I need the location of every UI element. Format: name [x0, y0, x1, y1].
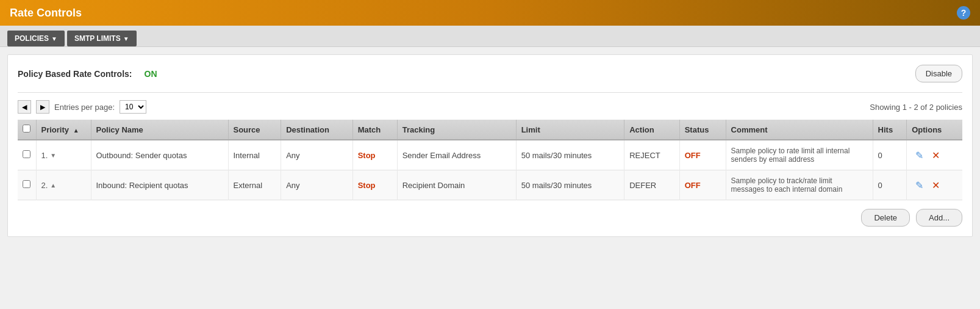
row-policy-name: Inbound: Recipient quotas: [91, 170, 228, 200]
row-hits: 0: [873, 140, 907, 170]
app-header: Rate Controls ?: [0, 0, 980, 26]
row-checkbox-0[interactable]: [23, 150, 30, 158]
row-limit: 50 mails/30 minutes: [516, 170, 624, 200]
row-priority-sort[interactable]: ▼: [50, 152, 56, 159]
row-options: ✎ ✕: [907, 140, 962, 170]
next-page-button[interactable]: ▶: [36, 100, 49, 114]
th-tracking[interactable]: Tracking: [397, 120, 516, 140]
tab-policies-label: POLICIES: [15, 34, 49, 43]
row-source: Internal: [228, 140, 281, 170]
policy-status: ON: [145, 69, 157, 79]
priority-sort-icon: ▲: [73, 127, 79, 134]
th-options[interactable]: Options: [907, 120, 962, 140]
th-source[interactable]: Source: [228, 120, 281, 140]
th-policy-name[interactable]: Policy Name: [91, 120, 228, 140]
divider: [18, 92, 962, 93]
select-all-checkbox[interactable]: [23, 125, 30, 133]
policy-header: Policy Based Rate Controls: ON Disable: [18, 65, 962, 82]
delete-button[interactable]: Delete: [861, 209, 910, 227]
tab-policies[interactable]: POLICIES ▼: [7, 31, 65, 46]
disable-button[interactable]: Disable: [915, 65, 962, 82]
app-title: Rate Controls: [10, 7, 82, 20]
entries-label: Entries per page:: [54, 103, 115, 112]
row-destination: Any: [281, 170, 353, 200]
th-checkbox: [18, 120, 36, 140]
table-header-row: Priority ▲ Policy Name Source Destinatio…: [18, 120, 962, 140]
th-status[interactable]: Status: [679, 120, 726, 140]
table-controls-left: ◀ ▶ Entries per page: 10 25 50: [18, 100, 146, 114]
row-options: ✎ ✕: [907, 170, 962, 200]
row-checkbox-1[interactable]: [23, 180, 30, 188]
th-comment[interactable]: Comment: [726, 120, 873, 140]
main-content: POLICIES ▼ SMTP LIMITS ▼ Policy Based Ra…: [0, 26, 980, 309]
th-match[interactable]: Match: [352, 120, 397, 140]
row-priority-sort[interactable]: ▲: [50, 182, 56, 189]
th-limit[interactable]: Limit: [516, 120, 624, 140]
table-controls: ◀ ▶ Entries per page: 10 25 50 Showing 1…: [18, 100, 962, 114]
entries-per-page-select[interactable]: 10 25 50: [120, 100, 146, 114]
add-button[interactable]: Add...: [916, 209, 962, 227]
row-priority-num: 1.: [41, 151, 48, 160]
row-policy-name: Outbound: Sender quotas: [91, 140, 228, 170]
tab-policies-arrow: ▼: [51, 35, 57, 42]
row-tracking: Recipient Domain: [397, 170, 516, 200]
row-checkbox-cell: [18, 170, 36, 200]
row-comment: Sample policy to rate limit all internal…: [726, 140, 873, 170]
showing-text: Showing 1 - 2 of 2 policies: [870, 103, 962, 112]
row-status: OFF: [679, 140, 726, 170]
content-area: Policy Based Rate Controls: ON Disable ◀…: [7, 54, 973, 237]
row-destination: Any: [281, 140, 353, 170]
row-action: DEFER: [624, 170, 679, 200]
table-row: 2. ▲ Inbound: Recipient quotas External …: [18, 170, 962, 200]
row-action: REJECT: [624, 140, 679, 170]
row-source: External: [228, 170, 281, 200]
help-icon[interactable]: ?: [957, 6, 970, 20]
policy-title: Policy Based Rate Controls:: [18, 69, 132, 79]
th-hits[interactable]: Hits: [873, 120, 907, 140]
bottom-actions: Delete Add...: [18, 209, 962, 227]
tab-smtp-limits-label: SMTP LIMITS: [74, 34, 121, 43]
row-limit: 50 mails/30 minutes: [516, 140, 624, 170]
policy-title-group: Policy Based Rate Controls: ON: [18, 69, 157, 79]
row-tracking: Sender Email Address: [397, 140, 516, 170]
row-priority-num: 2.: [41, 181, 48, 190]
row-checkbox-cell: [18, 140, 36, 170]
tab-smtp-limits[interactable]: SMTP LIMITS ▼: [67, 31, 137, 46]
table-row: 1. ▼ Outbound: Sender quotas Internal An…: [18, 140, 962, 170]
row-match: Stop: [352, 140, 397, 170]
prev-page-button[interactable]: ◀: [18, 100, 31, 114]
policies-table: Priority ▲ Policy Name Source Destinatio…: [18, 120, 962, 200]
tab-bar: POLICIES ▼ SMTP LIMITS ▼: [0, 26, 980, 47]
delete-icon-0[interactable]: ✕: [930, 149, 942, 161]
row-priority-cell: 2. ▲: [36, 170, 91, 200]
row-match: Stop: [352, 170, 397, 200]
delete-icon-1[interactable]: ✕: [930, 179, 942, 191]
tab-smtp-limits-arrow: ▼: [123, 35, 129, 42]
edit-icon-1[interactable]: ✎: [913, 179, 925, 191]
row-status: OFF: [679, 170, 726, 200]
th-action[interactable]: Action: [624, 120, 679, 140]
th-destination[interactable]: Destination: [281, 120, 353, 140]
row-comment: Sample policy to track/rate limit messag…: [726, 170, 873, 200]
row-priority-cell: 1. ▼: [36, 140, 91, 170]
th-priority[interactable]: Priority ▲: [36, 120, 91, 140]
edit-icon-0[interactable]: ✎: [913, 149, 925, 161]
row-hits: 0: [873, 170, 907, 200]
